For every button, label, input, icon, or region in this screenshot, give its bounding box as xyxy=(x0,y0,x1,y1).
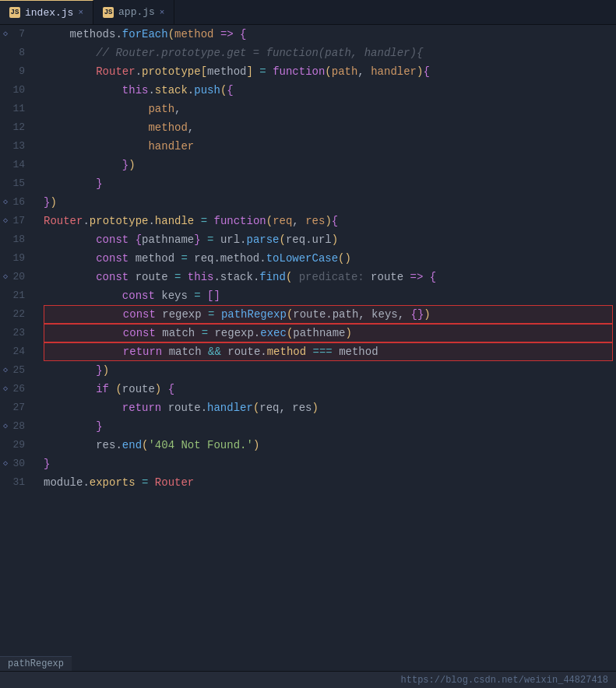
param-token: req xyxy=(273,212,292,230)
fn-token: forEach xyxy=(122,25,168,44)
arrow-token: => xyxy=(410,268,424,286)
bracket-token: { xyxy=(240,25,246,44)
plain-token xyxy=(214,305,220,324)
code-line: }) xyxy=(44,361,616,380)
paren-token: () xyxy=(338,249,351,268)
paren-token: ) xyxy=(103,361,109,380)
bracket-token: {} xyxy=(411,305,424,324)
kw-token: return xyxy=(122,398,161,417)
op-token: = xyxy=(194,286,200,305)
kw-token: const xyxy=(96,230,128,249)
tab-label-app: app.js xyxy=(118,6,155,18)
plain-token xyxy=(44,342,123,361)
plain-token: keys xyxy=(155,286,194,305)
obj-token: Router xyxy=(155,473,194,492)
plain-token xyxy=(44,268,96,286)
paren-token: ( xyxy=(115,380,121,398)
fold-icon[interactable]: ◇ xyxy=(3,417,8,436)
paren-token: ( xyxy=(286,268,292,286)
plain-token xyxy=(148,473,154,492)
plain-token xyxy=(201,230,207,249)
plain-token xyxy=(44,361,96,380)
plain-token: route xyxy=(364,268,410,286)
tab-app-js[interactable]: JS app.js × xyxy=(93,0,174,24)
kw-token: return xyxy=(123,342,162,361)
plain-token: , xyxy=(357,62,371,81)
tab-index-js[interactable]: JS index.js × xyxy=(0,0,93,24)
tab-close-index[interactable]: × xyxy=(78,8,83,17)
op-token: && xyxy=(208,342,221,361)
tab-label-index: index.js xyxy=(25,7,73,19)
fold-icon[interactable]: ◇ xyxy=(3,193,8,212)
code-line: return match && route.method === method xyxy=(44,342,613,361)
prop-token: prototype xyxy=(142,62,201,81)
param-token: res xyxy=(305,212,325,230)
fn-token: toLowerCase xyxy=(266,249,338,268)
plain-token: req.url xyxy=(286,230,332,249)
line-number: 31 xyxy=(0,473,31,492)
plain-token xyxy=(136,473,142,492)
plain-token: , xyxy=(188,118,194,137)
prop-token: method xyxy=(267,342,306,361)
code-lines: methods.forEach(method => { // Router.pr… xyxy=(37,25,616,671)
fold-icon[interactable]: ◇ xyxy=(3,455,8,473)
op-token: === xyxy=(313,342,333,361)
code-line: } xyxy=(44,417,616,436)
code-line: path, xyxy=(44,100,616,118)
tab-close-app[interactable]: × xyxy=(160,8,165,17)
fold-icon[interactable]: ◇ xyxy=(3,361,8,380)
code-line: const route = this.stack.find( predicate… xyxy=(44,268,616,286)
plain-token xyxy=(44,249,96,268)
plain-token xyxy=(253,62,259,81)
line-number: 11 xyxy=(0,100,31,118)
line-number: 12 xyxy=(0,118,31,137)
tab-icon-index: JS xyxy=(9,7,20,18)
plain-token xyxy=(44,305,123,324)
kw-token: function xyxy=(214,212,266,230)
plain-token xyxy=(44,174,96,193)
line-number: 22 xyxy=(0,305,31,324)
paren-token: ) xyxy=(312,398,319,417)
bracket-token: { xyxy=(332,212,338,230)
fold-icon[interactable]: ◇ xyxy=(3,380,8,398)
plain-token xyxy=(234,25,240,44)
param-token: handler xyxy=(148,137,194,156)
code-line: const method = req.method.toLowerCase() xyxy=(44,249,616,268)
plain-token xyxy=(266,62,273,81)
prop-token: prototype xyxy=(90,212,149,230)
str-token: '404 Not Found.' xyxy=(148,436,252,455)
plain-token: match xyxy=(162,342,208,361)
plain-token: methods. xyxy=(44,25,122,44)
fold-icon[interactable]: ◇ xyxy=(3,268,8,286)
plain-token: . xyxy=(83,212,89,230)
paren-token: ( xyxy=(253,398,259,417)
op-token: = xyxy=(142,473,148,492)
line-number: ◇17 xyxy=(0,212,31,230)
prop-token: handle xyxy=(155,212,194,230)
paren-token: ( xyxy=(168,25,174,44)
kw-token: this xyxy=(188,268,214,286)
plain-token: route. xyxy=(161,398,207,417)
paren-token: ) xyxy=(253,436,259,455)
fold-icon[interactable]: ◇ xyxy=(3,25,8,44)
fold-icon[interactable]: ◇ xyxy=(3,212,8,230)
line-number: ◇26 xyxy=(0,380,31,398)
line-number: 15 xyxy=(0,174,31,193)
code-line: }) xyxy=(44,193,616,212)
plain-token xyxy=(207,212,213,230)
bracket-token: } xyxy=(44,455,50,473)
line-number: ◇30 xyxy=(0,455,31,473)
plain-token xyxy=(194,212,200,230)
kw-token: const xyxy=(96,249,128,268)
code-line: module.exports = Router xyxy=(44,473,616,492)
paren-token: ) xyxy=(325,212,331,230)
plain-token: route.path, keys, xyxy=(293,305,410,324)
plain-token xyxy=(181,268,187,286)
code-line: const keys = [] xyxy=(44,286,616,305)
fn-token: pathRegexp xyxy=(221,305,287,324)
plain-token xyxy=(44,137,148,156)
obj-token: Router xyxy=(44,212,83,230)
line-number: ◇28 xyxy=(0,417,31,436)
bracket-token: [] xyxy=(207,286,220,305)
bracket-token: { xyxy=(168,380,174,398)
